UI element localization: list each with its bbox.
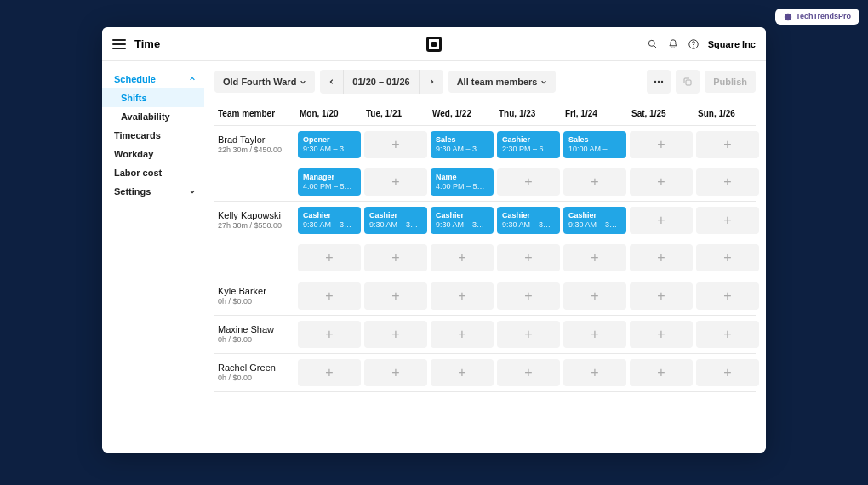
- add-shift-button[interactable]: +: [630, 282, 693, 310]
- search-icon[interactable]: [647, 38, 659, 50]
- add-shift-button[interactable]: +: [563, 168, 626, 196]
- add-shift-button[interactable]: +: [298, 321, 361, 348]
- member-cell[interactable]: Rachel Green0h / $0.00: [214, 357, 296, 387]
- add-shift-button[interactable]: +: [364, 282, 427, 310]
- shift-block[interactable]: Cashier9:30 AM – 3…: [431, 207, 494, 234]
- add-shift-button[interactable]: +: [630, 359, 693, 386]
- day-cell: Manager4:00 PM – 5…: [296, 167, 363, 197]
- notification-icon[interactable]: [667, 38, 679, 50]
- member-cell[interactable]: Kelly Kapowski27h 30m / $550.00: [214, 205, 296, 235]
- add-shift-button[interactable]: +: [563, 359, 626, 386]
- add-shift-button[interactable]: +: [696, 359, 759, 386]
- copy-icon: [682, 77, 693, 87]
- add-shift-button[interactable]: +: [497, 244, 560, 271]
- day-cell: +: [628, 129, 694, 160]
- add-shift-button[interactable]: +: [563, 244, 626, 271]
- add-shift-button[interactable]: +: [563, 321, 626, 348]
- day-cell: +: [363, 319, 429, 350]
- shift-block[interactable]: Name4:00 PM – 5…: [431, 168, 494, 196]
- add-shift-button[interactable]: +: [364, 131, 427, 158]
- add-shift-button[interactable]: +: [630, 168, 693, 196]
- shift-block[interactable]: Manager4:00 PM – 5…: [298, 168, 361, 196]
- add-shift-button[interactable]: +: [497, 168, 560, 196]
- member-cell[interactable]: [214, 242, 296, 253]
- add-shift-button[interactable]: +: [431, 321, 494, 348]
- day-cell: Cashier2:30 PM – 6…: [495, 129, 562, 160]
- add-shift-button[interactable]: +: [630, 321, 693, 348]
- add-shift-button[interactable]: +: [431, 244, 494, 271]
- account-name[interactable]: Square Inc: [708, 39, 756, 49]
- day-cell: +: [429, 281, 495, 311]
- member-name: Kelly Kapowski: [218, 210, 293, 220]
- sidebar-item-shifts[interactable]: Shifts: [102, 88, 204, 107]
- add-shift-button[interactable]: +: [696, 282, 759, 310]
- sidebar-item-timecards[interactable]: Timecards: [102, 126, 204, 145]
- sidebar-label: Settings: [114, 186, 151, 197]
- day-cell: +: [363, 167, 429, 197]
- add-shift-button[interactable]: +: [563, 282, 626, 310]
- day-cell: +: [694, 205, 761, 236]
- add-shift-button[interactable]: +: [696, 321, 759, 348]
- add-shift-button[interactable]: +: [431, 282, 494, 310]
- shift-block[interactable]: Cashier9:30 AM – 3…: [497, 207, 560, 234]
- add-shift-button[interactable]: +: [497, 282, 560, 310]
- shift-block[interactable]: Opener9:30 AM – 3…: [298, 131, 361, 158]
- day-cell: Sales10:00 AM – …: [562, 129, 628, 160]
- add-shift-button[interactable]: +: [364, 359, 427, 386]
- add-shift-button[interactable]: +: [364, 168, 427, 196]
- add-shift-button[interactable]: +: [298, 244, 361, 271]
- team-filter-label: All team members: [457, 77, 538, 87]
- shift-time: 9:30 AM – 3…: [568, 220, 621, 230]
- publish-button[interactable]: Publish: [705, 71, 756, 93]
- prev-week-button[interactable]: [320, 70, 344, 94]
- add-shift-button[interactable]: +: [696, 244, 759, 271]
- shift-block[interactable]: Cashier9:30 AM – 3…: [563, 207, 626, 234]
- watermark-badge: TechTrendsPro: [775, 9, 859, 25]
- add-shift-button[interactable]: +: [298, 359, 361, 386]
- member-cell[interactable]: Maxine Shaw0h / $0.00: [214, 319, 296, 349]
- shift-role: Manager: [303, 173, 356, 182]
- shift-time: 9:30 AM – 3…: [303, 145, 356, 154]
- more-button[interactable]: [647, 70, 671, 94]
- copy-button[interactable]: [676, 70, 700, 94]
- help-icon[interactable]: [688, 38, 700, 50]
- add-shift-button[interactable]: +: [298, 282, 361, 310]
- add-shift-button[interactable]: +: [696, 131, 759, 158]
- sidebar-item-settings[interactable]: Settings: [102, 182, 204, 201]
- add-shift-button[interactable]: +: [696, 168, 759, 196]
- shift-block[interactable]: Cashier9:30 AM – 3…: [364, 207, 427, 234]
- sidebar-item-schedule[interactable]: Schedule: [102, 70, 204, 88]
- sidebar-item-labor-cost[interactable]: Labor cost: [102, 163, 204, 182]
- shift-block[interactable]: Sales10:00 AM – …: [563, 131, 626, 158]
- date-range-button[interactable]: 01/20 – 01/26: [344, 70, 419, 94]
- shift-block[interactable]: Sales9:30 AM – 3…: [431, 131, 494, 158]
- add-shift-button[interactable]: +: [364, 321, 427, 348]
- member-cell[interactable]: Kyle Barker0h / $0.00: [214, 281, 296, 311]
- column-header-day: Tue, 1/21: [363, 102, 429, 125]
- column-header-day: Wed, 1/22: [429, 102, 495, 125]
- member-cell[interactable]: Brad Taylor22h 30m / $450.00: [214, 129, 296, 159]
- location-select[interactable]: Old Fourth Ward: [214, 71, 315, 93]
- app-title: Time: [134, 37, 160, 50]
- schedule-row: Brad Taylor22h 30m / $450.00Opener9:30 A…: [214, 126, 756, 163]
- schedule-row: Manager4:00 PM – 5…+Name4:00 PM – 5…++++: [214, 163, 756, 202]
- add-shift-button[interactable]: +: [630, 131, 693, 158]
- member-cell[interactable]: [214, 167, 296, 177]
- add-shift-button[interactable]: +: [364, 244, 427, 271]
- next-week-button[interactable]: [420, 70, 443, 94]
- sidebar-item-workday[interactable]: Workday: [102, 145, 204, 163]
- add-shift-button[interactable]: +: [630, 207, 693, 234]
- shift-block[interactable]: Cashier2:30 PM – 6…: [497, 131, 560, 158]
- team-filter-select[interactable]: All team members: [448, 71, 557, 93]
- add-shift-button[interactable]: +: [431, 359, 494, 386]
- add-shift-button[interactable]: +: [497, 321, 560, 348]
- add-shift-button[interactable]: +: [630, 244, 693, 271]
- menu-icon[interactable]: [112, 39, 126, 49]
- add-shift-button[interactable]: +: [696, 207, 759, 234]
- shift-role: Cashier: [369, 211, 422, 220]
- add-shift-button[interactable]: +: [497, 359, 560, 386]
- svg-point-6: [658, 81, 660, 83]
- sidebar-item-availability[interactable]: Availability: [102, 107, 204, 126]
- svg-point-4: [693, 46, 694, 47]
- shift-block[interactable]: Cashier9:30 AM – 3…: [298, 207, 361, 234]
